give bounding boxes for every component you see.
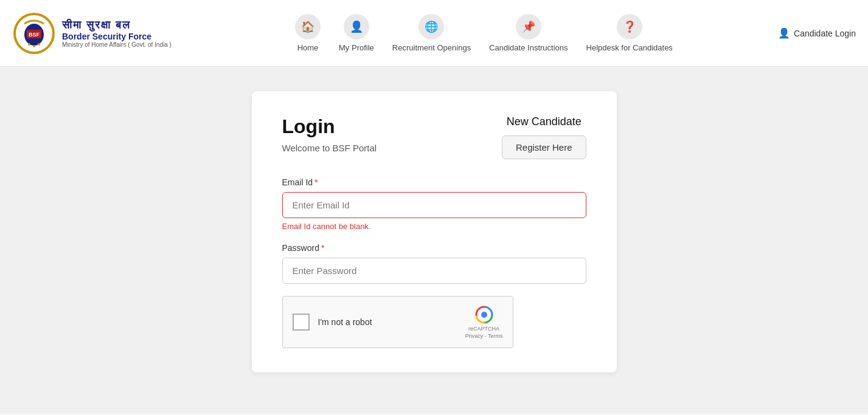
recaptcha-checkbox[interactable] [293,314,310,331]
svg-point-7 [38,43,40,46]
email-input[interactable] [282,192,586,218]
header: BSF सीमा सुरक्षा बल Border Security Forc… [0,0,868,67]
globe-icon: 🌐 [418,14,444,39]
main-content: Login Welcome to BSF Portal New Candidat… [0,67,868,413]
candidate-login-button[interactable]: 👤 Candidate Login [778,27,856,39]
svg-point-8 [481,312,487,318]
email-error-message: Email Id cannot be blank. [282,222,586,231]
recaptcha-sub2-text: Privacy - Terms [465,333,503,339]
home-icon: 🏠 [295,14,321,39]
email-form-group: Email Id* Email Id cannot be blank. [282,177,586,231]
person-icon: 👤 [344,14,369,39]
password-form-group: Password* [282,243,586,284]
password-input[interactable] [282,258,586,284]
nav-label-home: Home [297,43,319,52]
recaptcha-sub-text: reCAPTCHA [468,326,499,332]
nav-label-helpdesk: Helpdesk for Candidates [586,43,673,52]
nav-item-candidate-instructions[interactable]: 📌 Candidate Instructions [489,14,568,52]
register-here-button[interactable]: Register Here [502,135,586,159]
recaptcha-label: I'm not a robot [318,317,457,327]
login-title-area: Login Welcome to BSF Portal [282,115,377,153]
password-required-star: * [321,243,324,253]
svg-point-6 [33,45,35,47]
location-icon: 📌 [516,14,541,39]
bsf-emblem: BSF [12,12,56,55]
logo-area: BSF सीमा सुरक्षा बल Border Security Forc… [12,12,172,55]
recaptcha-widget[interactable]: I'm not a robot reCAPTCHA Privacy - Term… [282,296,513,348]
login-title: Login [282,115,377,138]
nav-label-recruitment: Recruitment Openings [392,43,471,52]
nav-item-recruitment[interactable]: 🌐 Recruitment Openings [392,14,471,52]
email-label: Email Id* [282,177,586,187]
nav-label-my-profile: My Profile [339,43,374,52]
recaptcha-logo-icon [474,305,494,324]
logo-sub: Ministry of Home Affairs ( Govt. of Indi… [62,41,172,48]
new-candidate-label: New Candidate [502,115,586,128]
nav-item-helpdesk[interactable]: ❓ Helpdesk for Candidates [586,14,673,52]
new-candidate-area: New Candidate Register Here [502,115,586,159]
logo-english: Border Security Force [62,32,172,41]
nav-item-my-profile[interactable]: 👤 My Profile [339,14,374,52]
password-label: Password* [282,243,586,253]
svg-point-5 [28,43,30,46]
card-top: Login Welcome to BSF Portal New Candidat… [282,115,586,159]
main-nav: 🏠 Home 👤 My Profile 🌐 Recruitment Openin… [190,14,778,52]
email-required-star: * [314,177,318,187]
login-subtitle: Welcome to BSF Portal [282,143,377,153]
recaptcha-logo: reCAPTCHA Privacy - Terms [465,305,503,339]
question-icon: ❓ [617,14,642,39]
logo-text-area: सीमा सुरक्षा बल Border Security Force Mi… [62,19,172,48]
nav-label-candidate-instructions: Candidate Instructions [489,43,568,52]
svg-text:BSF: BSF [29,32,40,38]
nav-item-home[interactable]: 🏠 Home [295,14,321,52]
candidate-person-icon: 👤 [778,27,790,39]
logo-hindi: सीमा सुरक्षा बल [62,19,172,32]
candidate-login-label: Candidate Login [794,29,856,38]
login-card: Login Welcome to BSF Portal New Candidat… [252,91,617,372]
